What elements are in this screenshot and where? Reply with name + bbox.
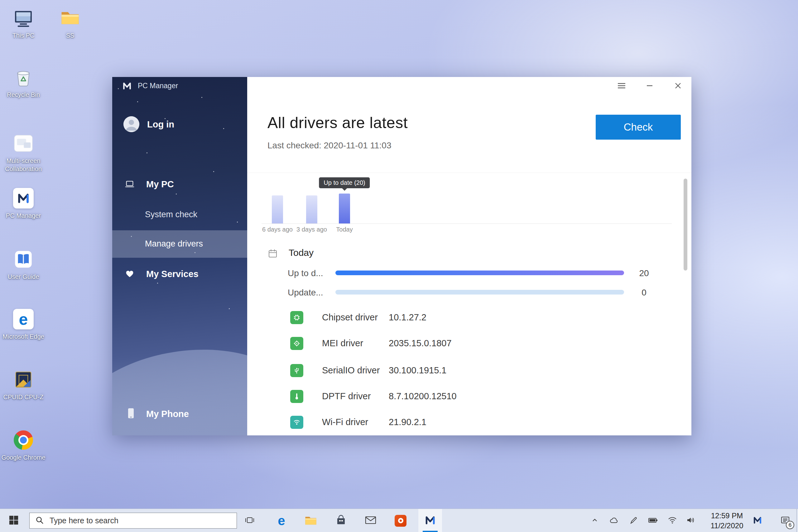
taskbar-edge-button[interactable]: e <box>270 509 293 532</box>
desktop-icon-ss-folder[interactable]: SS <box>47 7 94 40</box>
task-view-button[interactable] <box>238 509 262 532</box>
mail-icon <box>365 515 377 526</box>
updateable-count: 0 <box>631 288 658 298</box>
sidebar-item-my-services[interactable]: My Services <box>112 265 247 283</box>
desktop-icon-this-pc[interactable]: This PC <box>0 7 47 40</box>
desktop-icon-pc-manager[interactable]: PC Manager <box>0 187 47 220</box>
page-title: All drivers are latest <box>267 114 408 132</box>
desktop-icon-multi-screen-collaboration[interactable]: Multi-screen Collaboration <box>0 132 47 173</box>
login-button[interactable]: Log in <box>124 116 205 132</box>
driver-version: 10.1.27.2 <box>389 312 426 323</box>
chart-bar-6-days-ago[interactable] <box>272 195 283 224</box>
driver-version: 2035.15.0.1807 <box>389 338 452 348</box>
tray-windows-ink-button[interactable] <box>627 509 640 532</box>
desktop-icon-label: Microsoft Edge <box>2 332 44 341</box>
desktop-icon-label: SS <box>66 32 75 40</box>
tray-pc-manager-button[interactable] <box>749 509 766 532</box>
battery-icon <box>648 516 658 526</box>
desktop-icon-label: This PC <box>12 32 34 40</box>
chart-bar-3-days-ago[interactable] <box>306 195 317 224</box>
windows-logo-icon <box>9 515 19 526</box>
menu-button[interactable] <box>614 79 629 93</box>
desktop-icon-user-guide[interactable]: User Guide <box>0 248 47 281</box>
tray-volume-button[interactable] <box>684 509 698 532</box>
pc-manager-icon <box>424 515 436 527</box>
chipset-driver-icon <box>290 311 303 324</box>
taskbar-search[interactable] <box>29 513 237 529</box>
chrome-icon <box>12 429 35 451</box>
pc-manager-icon <box>12 187 35 209</box>
close-button[interactable] <box>670 79 685 93</box>
driver-name: DPTF driver <box>322 391 370 401</box>
wifi-driver-icon <box>290 416 303 429</box>
desktop: This PC SS Recycle Bin Multi-screen Coll… <box>0 0 798 532</box>
taskbar-file-explorer-button[interactable] <box>299 509 323 532</box>
chart-bar-label: 3 days ago <box>297 226 327 233</box>
start-button[interactable] <box>2 509 25 532</box>
driver-name: Wi-Fi driver <box>322 417 368 427</box>
edge-icon: e <box>278 514 285 527</box>
minimize-button[interactable] <box>642 79 657 93</box>
tray-battery-button[interactable] <box>646 509 660 532</box>
sidebar: PC Manager Log in My PC System check Man… <box>112 77 247 435</box>
chart-bar-label: Today <box>336 226 353 233</box>
sidebar-item-my-phone[interactable]: My Phone <box>112 405 247 423</box>
updateable-label: Update... <box>288 288 323 298</box>
desktop-icon-label: User Guide <box>7 273 39 281</box>
dptf-driver-icon <box>290 390 303 403</box>
header-divider <box>247 173 691 173</box>
taskbar-office-button[interactable] <box>389 509 413 532</box>
tray-onedrive-button[interactable] <box>607 509 621 532</box>
sidebar-item-manage-drivers[interactable]: Manage drivers <box>112 230 247 258</box>
chart-bar-today[interactable] <box>339 193 350 224</box>
taskbar-pc-manager-button[interactable] <box>418 509 442 532</box>
taskbar-store-button[interactable] <box>329 509 353 532</box>
chart-baseline <box>262 224 672 224</box>
taskbar-clock[interactable]: 12:59 PM 11/2/2020 <box>705 509 749 532</box>
sidebar-item-label: My Services <box>146 269 198 279</box>
last-checked-text: Last checked: 2020-11-01 11:03 <box>267 140 391 151</box>
cloud-icon <box>609 516 619 526</box>
desktop-icon-microsoft-edge[interactable]: e Microsoft Edge <box>0 308 47 341</box>
file-explorer-icon <box>305 515 317 527</box>
show-desktop-button[interactable] <box>796 509 798 532</box>
user-guide-icon <box>12 248 35 270</box>
sidebar-item-system-check[interactable]: System check <box>112 207 247 223</box>
office-icon <box>395 515 406 527</box>
today-section-title: Today <box>289 247 314 258</box>
scrollbar-thumb[interactable] <box>684 178 687 270</box>
tray-show-hidden-icons-button[interactable] <box>588 509 602 532</box>
login-label: Log in <box>147 119 174 130</box>
desktop-icon-label: PC Manager <box>6 212 41 220</box>
search-input[interactable] <box>50 516 212 525</box>
check-button[interactable]: Check <box>596 115 681 140</box>
action-center-button[interactable]: 6 <box>776 509 795 532</box>
sidebar-item-label: My Phone <box>146 409 189 419</box>
driver-version: 21.90.2.1 <box>389 417 426 427</box>
phone-icon <box>126 407 136 421</box>
sidebar-item-my-pc[interactable]: My PC <box>112 175 247 193</box>
desktop-icon-label: Google Chrome <box>1 454 45 461</box>
desktop-icon-recycle-bin[interactable]: Recycle Bin <box>0 66 47 99</box>
updateable-progress-bar <box>336 290 624 294</box>
app-title: PC Manager <box>138 82 178 90</box>
store-icon <box>336 515 347 527</box>
pc-manager-icon <box>753 515 762 526</box>
desktop-icon-google-chrome[interactable]: Google Chrome <box>0 429 47 461</box>
up-to-date-label: Up to d... <box>288 268 323 278</box>
desktop-icon-cpu-z[interactable]: CPUID CPU-Z <box>0 368 47 401</box>
task-view-icon <box>244 515 255 526</box>
tray-network-button[interactable] <box>666 509 679 532</box>
driver-version: 8.7.10200.12510 <box>389 391 457 401</box>
serialio-driver-icon <box>290 364 303 377</box>
driver-name: MEI driver <box>322 338 363 348</box>
sidebar-item-label: Manage drivers <box>145 239 203 249</box>
app-logo-icon <box>122 81 132 92</box>
taskbar-mail-button[interactable] <box>359 509 382 532</box>
edge-icon: e <box>12 308 35 330</box>
hamburger-icon <box>617 82 626 91</box>
driver-name: Chipset driver <box>322 312 378 323</box>
desktop-icon-label: Multi-screen Collaboration <box>0 157 47 173</box>
this-pc-icon <box>12 7 35 29</box>
close-icon <box>674 82 682 91</box>
